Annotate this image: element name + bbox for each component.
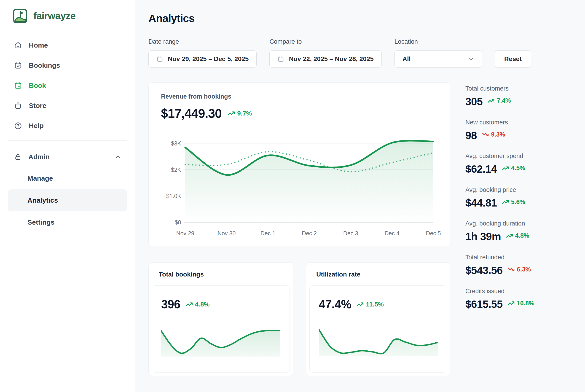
- stat-trend-percent: 6.3%: [517, 266, 531, 273]
- date-range-label: Date range: [148, 38, 256, 45]
- compare-to-label: Compare to: [270, 38, 382, 45]
- stat-label: Avg. booking price: [466, 186, 569, 194]
- svg-text:Dec 5: Dec 5: [426, 230, 441, 236]
- svg-text:$0: $0: [175, 219, 181, 226]
- sidebar-item-manage[interactable]: Manage: [8, 168, 128, 189]
- compare-to-group: Compare to Nov 22, 2025 – Nov 28, 2025: [270, 38, 382, 68]
- sidebar: fairwayze Home Bookings: [0, 0, 136, 392]
- utilization-rate-trend-percent: 11.5%: [366, 301, 384, 308]
- svg-text:Dec 3: Dec 3: [343, 230, 358, 236]
- sidebar-item-home[interactable]: Home: [8, 35, 128, 55]
- trending-up-icon: [508, 300, 514, 307]
- app-root: fairwayze Home Bookings: [0, 0, 585, 392]
- revenue-card-title: Revenue from bookings: [161, 93, 438, 100]
- stat-trend-percent: 5.6%: [511, 198, 525, 206]
- stat-trend: 6.3%: [508, 266, 531, 273]
- date-range-value: Nov 29, 2025 – Dec 5, 2025: [168, 55, 248, 63]
- reset-button[interactable]: Reset: [495, 50, 531, 68]
- sidebar-group-label: Admin: [28, 153, 50, 161]
- stat-trend-percent: 9.3%: [491, 131, 505, 138]
- compare-to-value: Nov 22, 2025 – Nov 28, 2025: [289, 55, 374, 63]
- stat-trend-percent: 4.8%: [515, 232, 530, 239]
- cards-column: Revenue from bookings $17,449.30 9.7%: [148, 82, 451, 392]
- svg-text:$3K: $3K: [171, 140, 181, 146]
- utilization-rate-sparkline: [319, 324, 438, 363]
- stat-trend: 4.8%: [506, 232, 530, 239]
- trending-up-icon: [186, 301, 193, 308]
- stat-trend: 7.4%: [488, 97, 511, 104]
- stat-trend-percent: 4.5%: [511, 165, 525, 172]
- sidebar-item-label: Store: [29, 102, 46, 110]
- sidebar-nav: Home Bookings Book: [8, 35, 128, 136]
- stat-block: Avg. booking duration 1h 39m 4.8%: [466, 220, 569, 242]
- sidebar-item-label: Bookings: [29, 62, 60, 69]
- lock-icon: [14, 153, 22, 160]
- location-select[interactable]: All: [394, 50, 482, 68]
- stat-block: Total customers 305 7.4%: [466, 85, 569, 108]
- page-title: Analytics: [148, 12, 569, 24]
- total-bookings-value-row: 396 4.8%: [161, 298, 280, 311]
- stat-block: Avg. booking price $44.81 5.6%: [466, 186, 569, 209]
- sidebar-item-label: Home: [29, 42, 48, 49]
- total-bookings-sparkline: [161, 324, 280, 363]
- filters-bar: Date range Nov 29, 2025 – Dec 5, 2025 Co…: [148, 38, 569, 68]
- sidebar-item-settings[interactable]: Settings: [8, 211, 128, 233]
- stat-trend: 9.3%: [482, 131, 505, 138]
- svg-text:Nov 29: Nov 29: [176, 230, 194, 236]
- stat-value: $44.81: [466, 197, 497, 209]
- sidebar-item-label: Manage: [28, 174, 53, 182]
- chevron-up-icon: [115, 154, 122, 160]
- stat-value: 305: [466, 96, 482, 108]
- trending-down-icon: [508, 266, 514, 273]
- stat-trend: 5.6%: [502, 198, 525, 206]
- svg-text:$1.0K: $1.0K: [166, 193, 181, 199]
- stat-trend-percent: 7.4%: [497, 97, 511, 104]
- revenue-trend-percent: 9.7%: [237, 110, 252, 117]
- revenue-value: $17,449.30: [161, 106, 222, 121]
- sidebar-item-label: Book: [29, 82, 46, 90]
- sidebar-item-label: Analytics: [28, 196, 58, 204]
- fairwayze-logo-icon: [13, 9, 28, 23]
- trending-up-icon: [228, 110, 235, 117]
- revenue-card: Revenue from bookings $17,449.30 9.7%: [148, 82, 451, 246]
- sidebar-item-analytics[interactable]: Analytics: [8, 189, 128, 211]
- stat-block: New customers 98 9.3%: [466, 119, 569, 141]
- stat-label: Total refunded: [466, 254, 569, 261]
- sidebar-item-label: Help: [29, 122, 44, 130]
- svg-text:Dec 2: Dec 2: [302, 230, 317, 236]
- help-circle-icon: [14, 122, 22, 130]
- sidebar-item-book[interactable]: Book: [8, 76, 128, 96]
- sidebar-group-admin[interactable]: Admin: [8, 146, 128, 168]
- calendar-check-icon: [14, 62, 22, 69]
- stat-trend-percent: 16.8%: [517, 300, 534, 307]
- sidebar-item-bookings[interactable]: Bookings: [8, 55, 128, 76]
- date-range-button[interactable]: Nov 29, 2025 – Dec 5, 2025: [148, 50, 256, 68]
- calendar-icon: [156, 56, 163, 62]
- stat-trend: 16.8%: [508, 300, 534, 307]
- utilization-rate-value-row: 47.4% 11.5%: [319, 298, 438, 311]
- stat-label: Avg. booking duration: [466, 220, 569, 227]
- trending-up-icon: [488, 98, 494, 104]
- trending-up-icon: [356, 301, 364, 308]
- stat-value: 98: [466, 130, 477, 141]
- revenue-chart: $0$1.0K$2K$3KNov 29Nov 30Dec 1Dec 2Dec 3…: [161, 131, 438, 238]
- calendar-icon: [278, 56, 284, 62]
- stat-value: $62.14: [466, 163, 497, 175]
- trending-up-icon: [502, 165, 509, 172]
- stat-trend: 4.5%: [502, 165, 525, 172]
- stat-block: Credits issued $615.55 16.8%: [466, 288, 569, 310]
- sidebar-item-help[interactable]: Help: [8, 116, 128, 136]
- location-group: Location All: [394, 38, 482, 68]
- main-content: Analytics Date range Nov 29, 2025 – Dec …: [136, 0, 585, 392]
- stat-block: Total refunded $543.56 6.3%: [466, 254, 569, 276]
- sidebar-item-store[interactable]: Store: [8, 96, 128, 116]
- total-bookings-card: Total bookings 396 4.8%: [148, 262, 293, 376]
- svg-text:Nov 30: Nov 30: [218, 230, 236, 236]
- total-bookings-title: Total bookings: [159, 271, 204, 278]
- svg-text:Dec 4: Dec 4: [385, 230, 400, 236]
- stat-value: $543.56: [466, 264, 503, 276]
- stat-value: 1h 39m: [466, 231, 501, 242]
- total-bookings-value: 396: [161, 298, 180, 311]
- compare-to-button[interactable]: Nov 22, 2025 – Nov 28, 2025: [270, 50, 382, 68]
- stats-column: Total customers 305 7.4% New customers 9…: [451, 82, 569, 392]
